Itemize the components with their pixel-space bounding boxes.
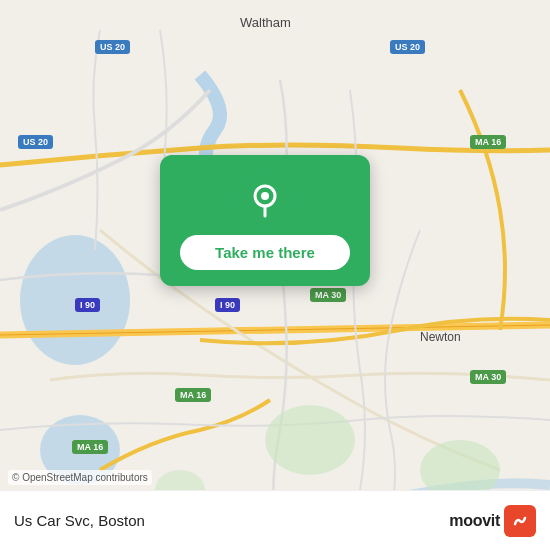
- take-me-there-button[interactable]: Take me there: [180, 235, 350, 270]
- city-label-newton: Newton: [420, 330, 461, 344]
- road-badge-us20-top-left: US 20: [95, 40, 130, 54]
- city-label-waltham: Waltham: [240, 15, 291, 30]
- road-badge-ma30: MA 30: [310, 288, 346, 302]
- location-card[interactable]: Take me there: [160, 155, 370, 286]
- road-badge-ma30-right: MA 30: [470, 370, 506, 384]
- road-badge-ma16-bottom-left: MA 16: [175, 388, 211, 402]
- road-badge-ma16-bottom-right: MA 16: [72, 440, 108, 454]
- location-pin-icon: [239, 173, 291, 225]
- moovit-logo-icon: [510, 511, 530, 531]
- road-badge-us20-top-right: US 20: [390, 40, 425, 54]
- bottom-bar: Us Car Svc, Boston moovit: [0, 490, 550, 550]
- svg-point-7: [261, 192, 269, 200]
- svg-point-2: [265, 405, 355, 475]
- road-badge-ma16-right: MA 16: [470, 135, 506, 149]
- map-container: Waltham Newton US 20 US 20 US 20 MA 16 I…: [0, 0, 550, 550]
- road-badge-us20-left: US 20: [18, 135, 53, 149]
- road-badge-i90-left: I 90: [75, 298, 100, 312]
- moovit-text: moovit: [449, 512, 500, 530]
- location-name: Us Car Svc, Boston: [14, 512, 145, 529]
- moovit-icon: [504, 505, 536, 537]
- road-badge-i90-mid: I 90: [215, 298, 240, 312]
- map-attribution: © OpenStreetMap contributors: [8, 470, 152, 485]
- moovit-logo: moovit: [449, 505, 536, 537]
